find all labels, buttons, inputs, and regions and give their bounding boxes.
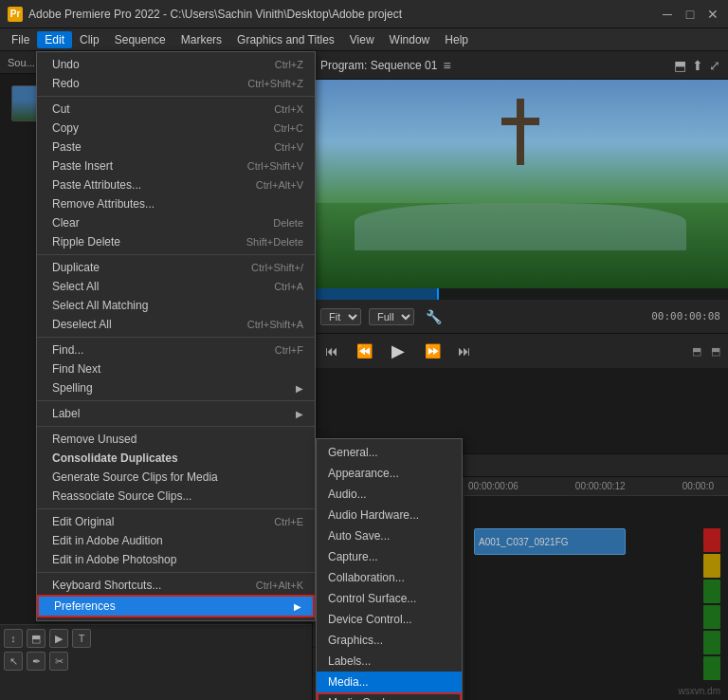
submenu-graphics[interactable]: Graphics...: [317, 630, 462, 651]
menu-reassociate[interactable]: Reassociate Source Clips...: [37, 487, 315, 506]
source-tool-btn-4[interactable]: T: [72, 629, 91, 648]
menu-bar: File Edit Clip Sequence Markers Graphics…: [0, 28, 728, 51]
submenu-control-surface[interactable]: Control Surface...: [317, 588, 462, 609]
ruler-mark-3: 00:00:0: [682, 481, 714, 491]
menu-select-all[interactable]: Select All Ctrl+A: [37, 277, 315, 296]
submenu-audio[interactable]: Audio...: [317, 484, 462, 505]
menu-section-undoredo: Undo Ctrl+Z Redo Ctrl+Shift+Z: [37, 52, 315, 97]
maximize-button[interactable]: □: [682, 7, 698, 22]
submenu-general[interactable]: General...: [317, 442, 462, 463]
menu-graphics[interactable]: Graphics and Titles: [229, 31, 342, 48]
source-tool-btn-3[interactable]: ▶: [49, 629, 68, 648]
menu-redo[interactable]: Redo Ctrl+Shift+Z: [37, 74, 315, 93]
menu-view[interactable]: View: [342, 31, 382, 48]
step-forward-button[interactable]: ⏩: [421, 340, 444, 362]
menu-help[interactable]: Help: [437, 31, 476, 48]
submenu-audio-hardware[interactable]: Audio Hardware...: [317, 505, 462, 525]
menu-keyboard-shortcuts[interactable]: Keyboard Shortcuts... Ctrl+Alt+K: [37, 576, 315, 595]
menu-paste[interactable]: Paste Ctrl+V: [37, 138, 315, 157]
go-to-in-button[interactable]: ⏮: [320, 340, 343, 362]
program-timebar[interactable]: [313, 288, 728, 300]
play-button[interactable]: ▶: [385, 338, 411, 364]
submenu-collaboration[interactable]: Collaboration...: [317, 567, 462, 588]
step-back-button[interactable]: ⏪: [353, 340, 375, 362]
menu-edit-audition[interactable]: Edit in Adobe Audition: [37, 531, 315, 550]
export-button[interactable]: ⬒: [692, 345, 701, 358]
wrench-icon[interactable]: 🔧: [426, 309, 442, 324]
source-tool-pen[interactable]: ✒: [27, 652, 46, 671]
menu-select-all-matching-label: Select All Matching: [52, 299, 303, 312]
menu-find-next-label: Find Next: [52, 362, 303, 376]
menu-consolidate-duplicates[interactable]: Consolidate Duplicates: [37, 449, 315, 468]
menu-remove-attributes-label: Remove Attributes...: [52, 197, 303, 211]
program-expand-icon[interactable]: ⤢: [709, 58, 720, 73]
program-progress: [313, 288, 437, 300]
menu-section-consolidate: Remove Unused Consolidate Duplicates Gen…: [37, 427, 315, 509]
quality-select[interactable]: Full: [369, 308, 414, 325]
menu-find[interactable]: Find... Ctrl+F: [37, 341, 315, 359]
submenu-device-control[interactable]: Device Control...: [317, 609, 462, 630]
program-header: Program: Sequence 01 ≡ ⬒ ⬆ ⤢: [313, 51, 728, 80]
menu-file[interactable]: File: [4, 31, 37, 48]
track-content-a3[interactable]: [464, 617, 728, 648]
menu-remove-unused[interactable]: Remove Unused: [37, 430, 315, 449]
menu-section-select: Duplicate Ctrl+Shift+/ Select All Ctrl+A…: [37, 255, 315, 338]
menu-preferences[interactable]: Preferences ▶: [37, 595, 315, 617]
menu-find-next[interactable]: Find Next: [37, 359, 315, 378]
menu-generate-source[interactable]: Generate Source Clips for Media: [37, 468, 315, 487]
submenu-appearance[interactable]: Appearance...: [317, 463, 462, 484]
source-tool-razor[interactable]: ✂: [49, 652, 68, 671]
submenu-media[interactable]: Media...: [317, 672, 462, 692]
menu-ripple-delete[interactable]: Ripple Delete Shift+Delete: [37, 232, 315, 251]
menu-keyboard-label: Keyboard Shortcuts...: [52, 579, 245, 592]
menu-paste-attributes-shortcut: Ctrl+Alt+V: [256, 179, 303, 191]
menu-edit[interactable]: Edit: [37, 31, 72, 48]
menu-remove-attributes[interactable]: Remove Attributes...: [37, 194, 315, 213]
submenu-capture[interactable]: Capture...: [317, 546, 462, 567]
menu-edit-photoshop[interactable]: Edit in Adobe Photoshop: [37, 550, 315, 569]
edit-dropdown-menu: Undo Ctrl+Z Redo Ctrl+Shift+Z Cut Ctrl+X…: [36, 51, 316, 621]
menu-cut[interactable]: Cut Ctrl+X: [37, 100, 315, 119]
meter-bar-green-3: [703, 631, 720, 654]
fit-select[interactable]: Fit: [320, 308, 361, 325]
track-content-v2[interactable]: [464, 496, 728, 526]
menu-deselect-all[interactable]: Deselect All Ctrl+Shift+A: [37, 315, 315, 334]
menu-sequence[interactable]: Sequence: [107, 31, 173, 48]
source-tool-btn-2[interactable]: ⬒: [27, 629, 46, 648]
program-scrubber[interactable]: [437, 288, 439, 300]
menu-copy[interactable]: Copy Ctrl+C: [37, 119, 315, 138]
menu-paste-insert[interactable]: Paste Insert Ctrl+Shift+V: [37, 157, 315, 175]
go-to-out-button[interactable]: ⏭: [453, 340, 476, 362]
menu-markers[interactable]: Markers: [173, 31, 229, 48]
menu-label[interactable]: Label ▶: [37, 404, 315, 423]
close-button[interactable]: ✕: [705, 7, 720, 22]
menu-section-keyboard-prefs: Keyboard Shortcuts... Ctrl+Alt+K Prefere…: [37, 573, 315, 620]
menu-window[interactable]: Window: [382, 31, 438, 48]
menu-duplicate[interactable]: Duplicate Ctrl+Shift+/: [37, 258, 315, 277]
track-content-a1[interactable]: [464, 557, 728, 587]
submenu-labels[interactable]: Labels...: [317, 651, 462, 672]
menu-paste-label: Paste: [52, 140, 263, 154]
menu-undo[interactable]: Undo Ctrl+Z: [37, 55, 315, 74]
submenu-auto-save[interactable]: Auto Save...: [317, 525, 462, 546]
menu-section-find: Find... Ctrl+F Find Next Spelling ▶: [37, 338, 315, 401]
track-content-a2[interactable]: [464, 587, 728, 617]
menu-clear[interactable]: Clear Delete: [37, 213, 315, 232]
source-tool-btn-1[interactable]: ↕: [4, 629, 23, 648]
menu-generate-source-label: Generate Source Clips for Media: [52, 470, 303, 484]
program-menu-icon[interactable]: ≡: [443, 58, 450, 73]
menu-paste-attributes[interactable]: Paste Attributes... Ctrl+Alt+V: [37, 175, 315, 194]
video-clip[interactable]: A001_C037_0921FG: [474, 528, 626, 555]
menu-select-all-matching[interactable]: Select All Matching: [37, 296, 315, 315]
add-marker-button[interactable]: ⬒: [711, 345, 720, 358]
program-popout-icon[interactable]: ⬒: [674, 58, 686, 73]
minimize-button[interactable]: ─: [660, 7, 675, 22]
track-content-v1[interactable]: A001_C037_0921FG: [464, 526, 728, 557]
audio-meter: [703, 528, 720, 680]
menu-edit-original[interactable]: Edit Original Ctrl+E: [37, 512, 315, 531]
menu-spelling[interactable]: Spelling ▶: [37, 378, 315, 397]
source-tool-arrow[interactable]: ↖: [4, 652, 23, 671]
menu-clip[interactable]: Clip: [72, 31, 107, 48]
submenu-media-cache[interactable]: Media Cache...: [317, 692, 462, 700]
program-share-icon[interactable]: ⬆: [692, 58, 703, 73]
